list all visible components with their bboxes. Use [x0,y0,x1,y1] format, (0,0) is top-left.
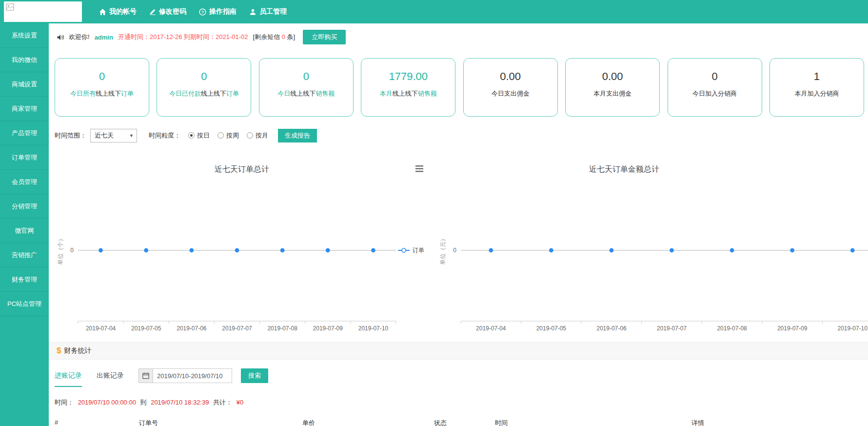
x-tick-label: 2019-07-09 [777,325,808,332]
sidebar-item-12[interactable]: PC站点管理 [0,292,49,316]
granularity-radio-2[interactable]: 按周 [217,131,239,140]
topbar: 我的帐号修改密码?操作指南员工管理 [0,0,868,23]
stat-label-part: 线上线下 [201,90,226,97]
stat-label: 今日所有线上线下订单 [55,89,149,98]
tab-2[interactable]: 出账记录 [97,365,124,387]
topnav-label: 员工管理 [259,7,287,16]
summary-time-label: 时间： [55,399,74,406]
sidebar-item-1[interactable]: 系统设置 [0,23,49,48]
time-range-select[interactable]: 近七天 ▼ [90,129,137,142]
buy-now-button[interactable]: 立即购买 [303,30,346,44]
sidebar-item-11[interactable]: 财务管理 [0,267,49,292]
stat-value: 1779.00 [361,70,455,83]
topnav-staff-management[interactable]: 员工管理 [249,7,287,16]
stat-label-part: 今日 [277,90,290,97]
stat-value: 0 [668,70,762,83]
welcome-greeting: 欢迎你! [69,33,90,41]
time-range-label: 时间范围： [55,131,86,140]
tab-1[interactable]: 进账记录 [55,365,82,387]
data-point [326,248,330,253]
granularity-radio-1[interactable]: 按日 [188,131,210,140]
chart-menu-icon[interactable] [415,165,423,172]
home-icon [99,8,106,16]
finance-section-title: 财务统计 [64,346,91,355]
date-range-group: 2019/07/10-2019/07/10 [138,368,232,383]
question-icon: ? [199,8,206,16]
generate-report-button[interactable]: 生成报告 [278,129,317,142]
stat-card-2: 0今日已付款线上线下订单 [157,58,251,117]
stat-label: 今日线上线下销售额 [259,89,353,98]
granularity-radio-3[interactable]: 按月 [247,131,268,140]
x-tick-label: 2019-07-10 [358,325,389,332]
table-header-order-no: 订单号 [139,419,158,426]
welcome-bar: 欢迎你! admin 开通时间：2017-12-26 到期时间：2021-01-… [49,23,868,51]
dollar-icon: $ [57,346,61,356]
stat-label-part: 今日加入分销商 [692,90,737,97]
stat-card-8: 1本月加入分销商 [769,58,864,117]
summary-total-value: ¥0 [237,399,243,406]
stat-card-7: 0今日加入分销商 [668,58,762,117]
sidebar-item-7[interactable]: 会员管理 [0,170,49,194]
stat-value: 0 [157,70,251,83]
sms-suffix: 条] [285,33,295,41]
topnav-change-password[interactable]: 修改密码 [149,7,186,16]
username: admin [95,34,113,41]
x-tick-label: 2019-07-05 [536,325,567,332]
finance-section-header: $ 财务统计 [49,342,868,360]
sidebar-item-4[interactable]: 商家管理 [0,97,49,121]
stat-label: 今日支出佣金 [464,89,557,98]
topnav-my-account[interactable]: 我的帐号 [99,7,137,16]
stat-label-part: 今日已付款 [169,90,201,97]
calendar-icon[interactable] [138,368,153,383]
radio-icon [217,132,224,139]
stat-card-1: 0今日所有线上线下订单 [55,58,149,117]
stat-label: 今日已付款线上线下订单 [157,89,251,98]
legend-item[interactable]: 订单 [398,247,424,254]
chart-title: 近七天订单总计 [215,165,269,173]
y-axis-label: 单位（元） [439,236,446,265]
topnav-operation-guide[interactable]: ?操作指南 [199,7,237,16]
stat-label-part: 线上线下 [290,90,316,97]
x-tick-label: 2019-07-07 [222,325,252,332]
summary-to-label: 到 [140,399,147,406]
stat-label-part: 今日所有 [70,90,96,97]
stat-label-part: 订单 [226,90,239,97]
data-point [549,248,553,253]
time-range-value: 近七天 [95,131,114,140]
sidebar-item-6[interactable]: 订单管理 [0,145,49,170]
stat-label-part: 订单 [121,90,134,97]
data-point [730,248,734,253]
data-point [371,248,375,253]
sidebar-item-8[interactable]: 分销管理 [0,194,49,219]
sidebar-item-10[interactable]: 营销推广 [0,243,49,267]
radio-label: 按周 [226,131,239,140]
sidebar-item-3[interactable]: 商城设置 [0,72,49,97]
stat-value: 0.00 [566,70,659,83]
chevron-down-icon: ▼ [129,133,134,138]
stat-cards-row: 0今日所有线上线下订单0今日已付款线上线下订单0今日线上线下销售额1779.00… [55,58,864,117]
chart-title: 近七天订单金额总计 [589,165,659,173]
stat-label-part: 销售额 [418,90,437,97]
stat-value: 0.00 [464,70,557,83]
table-header-time: 时间 [495,419,508,426]
sidebar-item-5[interactable]: 产品管理 [0,121,49,145]
stat-card-4: 1779.00本月线上线下销售额 [361,58,455,117]
sidebar-item-2[interactable]: 我的微信 [0,48,49,72]
stat-value: 0 [55,70,149,83]
data-point [235,248,239,253]
sidebar-item-9[interactable]: 微官网 [0,219,49,243]
topnav-label: 操作指南 [209,7,237,16]
x-tick-label: 2019-07-06 [177,325,207,332]
stat-label-part: 本月支出佣金 [593,90,631,97]
top-navigation: 我的帐号修改密码?操作指南员工管理 [99,0,287,23]
stat-label-part: 线上线下 [393,90,418,97]
pencil-icon [149,8,156,15]
orders-chart: 近七天订单总计单位（个）02019-07-042019-07-052019-07… [55,155,429,338]
logo [4,1,82,22]
x-tick-label: 2019-07-08 [267,325,297,332]
sms-remaining: [剩余短信 0 条] [253,33,296,41]
y-tick-label: 0 [70,247,74,254]
date-range-input[interactable]: 2019/07/10-2019/07/10 [153,368,232,383]
search-button[interactable]: 搜索 [241,368,268,383]
stat-label: 今日加入分销商 [668,89,762,98]
